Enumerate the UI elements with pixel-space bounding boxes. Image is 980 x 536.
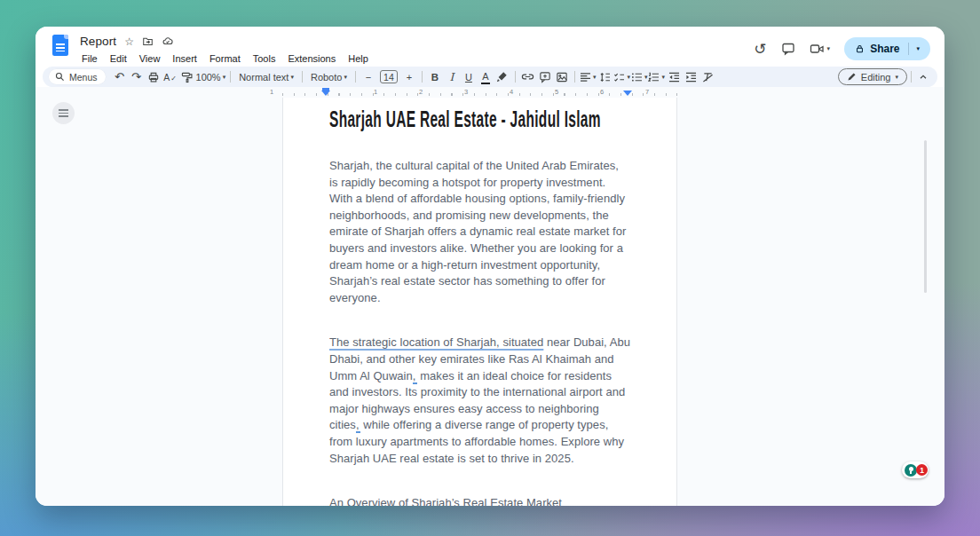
insert-link-button[interactable]: [520, 68, 536, 85]
align-caret: ▾: [593, 74, 597, 81]
checklist-button[interactable]: ▾: [613, 68, 630, 85]
search-icon: [55, 72, 65, 82]
hide-menus-button[interactable]: [915, 68, 931, 85]
meet-dropdown-caret: ▾: [827, 45, 831, 52]
paint-format-button[interactable]: [179, 68, 195, 85]
editing-mode-caret: ▾: [895, 74, 898, 81]
desktop-background: Report ☆ File: [0, 0, 980, 536]
redo-button[interactable]: ↷: [129, 68, 145, 85]
style-caret: ▾: [290, 74, 294, 81]
menu-item-edit[interactable]: Edit: [108, 52, 129, 65]
version-history-icon[interactable]: ↺: [754, 40, 766, 58]
docs-logo-fold: [64, 35, 68, 39]
paragraph-style-select[interactable]: Normal text▾: [235, 68, 297, 85]
add-comment-button[interactable]: [537, 68, 553, 85]
menu-bar: File Edit View Insert Format Tools Exten…: [80, 52, 370, 65]
toolbar-separator: [230, 71, 231, 83]
toolbar-separator: [515, 71, 516, 83]
left-indent-marker[interactable]: [321, 91, 330, 96]
italic-button[interactable]: I: [444, 68, 460, 85]
share-label: Share: [870, 43, 899, 55]
underline-button[interactable]: U: [461, 68, 477, 85]
increase-font-size-button[interactable]: +: [401, 68, 417, 85]
bold-button[interactable]: B: [427, 68, 443, 85]
font-caret: ▾: [344, 74, 347, 81]
toolbar-separator: [302, 71, 303, 83]
docs-logo-icon[interactable]: [52, 35, 68, 56]
menu-item-help[interactable]: Help: [346, 52, 370, 65]
menu-item-view[interactable]: View: [138, 52, 162, 65]
ruler-number: 1: [270, 88, 273, 96]
bulleted-list-caret: ▾: [644, 74, 648, 81]
clear-formatting-button[interactable]: [699, 68, 715, 85]
editing-mode-label: Editing: [861, 72, 891, 83]
menu-item-tools[interactable]: Tools: [251, 52, 278, 65]
document-title[interactable]: Report: [80, 35, 116, 48]
chevron-up-icon: [918, 72, 929, 83]
spellcheck-button[interactable]: A✓: [162, 68, 178, 85]
ruler[interactable]: 1 1 2 3 4 5 6 7: [36, 87, 944, 98]
zoom-caret: ▾: [223, 74, 226, 81]
decrease-font-size-button[interactable]: −: [360, 68, 376, 85]
suggestion-bulb-icon: [905, 464, 917, 477]
toolbar-separator: [574, 71, 575, 83]
document-page[interactable]: Sharjah UAE Real Estate - Jahidul Islam …: [282, 98, 677, 506]
star-icon[interactable]: ☆: [124, 36, 134, 47]
toolbar-separator: [422, 71, 423, 83]
menu-item-file[interactable]: File: [80, 52, 99, 65]
menu-item-format[interactable]: Format: [208, 52, 242, 65]
docs-logo-lines: [56, 43, 65, 51]
menus-label: Menus: [69, 72, 98, 83]
google-docs-window: Report ☆ File: [36, 27, 944, 506]
decrease-indent-button[interactable]: [666, 68, 682, 85]
cloud-saved-icon[interactable]: [162, 35, 174, 47]
numbered-list-caret: ▾: [661, 74, 665, 81]
text-color-button[interactable]: A: [478, 68, 494, 85]
pencil-icon: [847, 72, 857, 82]
doc-paragraph-2-text-c: while offering a diverse range of proper…: [329, 418, 624, 464]
font-size-input[interactable]: 14: [380, 70, 398, 83]
title-block: Report ☆ File: [80, 34, 370, 65]
ruler-ticks: [282, 93, 677, 96]
align-button[interactable]: ▾: [580, 68, 597, 85]
checklist-caret: ▾: [627, 74, 630, 81]
toolbar: Menus ↶ ↷ A✓ 100%▾ Normal tex: [43, 67, 937, 87]
zoom-select[interactable]: 100%▾: [196, 68, 226, 85]
toolbar-separator: [911, 71, 912, 83]
menu-item-extensions[interactable]: Extensions: [286, 52, 337, 65]
doc-paragraph-1: Sharjah, the cultural capital of the Uni…: [329, 158, 630, 306]
writing-assistant-badge[interactable]: 1: [902, 461, 929, 478]
app-header: Report ☆ File: [36, 27, 944, 67]
meet-video-call-icon[interactable]: ▾: [810, 43, 831, 55]
highlight-color-button[interactable]: [494, 68, 510, 85]
line-spacing-button[interactable]: [597, 68, 612, 85]
document-outline-button[interactable]: [52, 102, 75, 124]
font-family-select[interactable]: Roboto▾: [307, 68, 351, 85]
editing-mode-button[interactable]: Editing ▾: [838, 68, 907, 85]
toolbar-right: Editing ▾: [838, 68, 931, 85]
lock-icon: [855, 43, 865, 54]
notification-count-badge: 1: [916, 464, 928, 476]
share-button[interactable]: Share ▾: [844, 37, 930, 60]
header-actions: ↺ ▾ Share: [754, 34, 930, 60]
doc-heading: Sharjah UAE Real Estate - Jahidul Islam: [329, 106, 516, 132]
menus-search-button[interactable]: Menus: [49, 69, 106, 84]
insert-image-button[interactable]: [554, 68, 570, 85]
undo-button[interactable]: ↶: [112, 68, 128, 85]
document-canvas: Sharjah UAE Real Estate - Jahidul Islam …: [36, 98, 944, 506]
menu-item-insert[interactable]: Insert: [170, 52, 199, 65]
outline-icon: [59, 109, 68, 117]
bulleted-list-button[interactable]: ▾: [631, 68, 648, 85]
comments-icon[interactable]: [781, 42, 795, 56]
doc-paragraph-2: The strategic location of Sharjah, situa…: [329, 335, 630, 467]
share-dropdown-caret[interactable]: ▾: [916, 45, 920, 52]
print-button[interactable]: [146, 68, 162, 85]
toolbar-separator: [355, 71, 356, 83]
vertical-scrollbar-thumb[interactable]: [924, 140, 927, 293]
increase-indent-button[interactable]: [683, 68, 699, 85]
right-indent-marker[interactable]: [623, 91, 632, 96]
share-button-divider: [908, 43, 909, 55]
suggestion-underlined-text[interactable]: The strategic location of Sharjah, situa…: [329, 335, 543, 349]
numbered-list-button[interactable]: ▾: [648, 68, 665, 85]
move-folder-icon[interactable]: [142, 35, 154, 47]
